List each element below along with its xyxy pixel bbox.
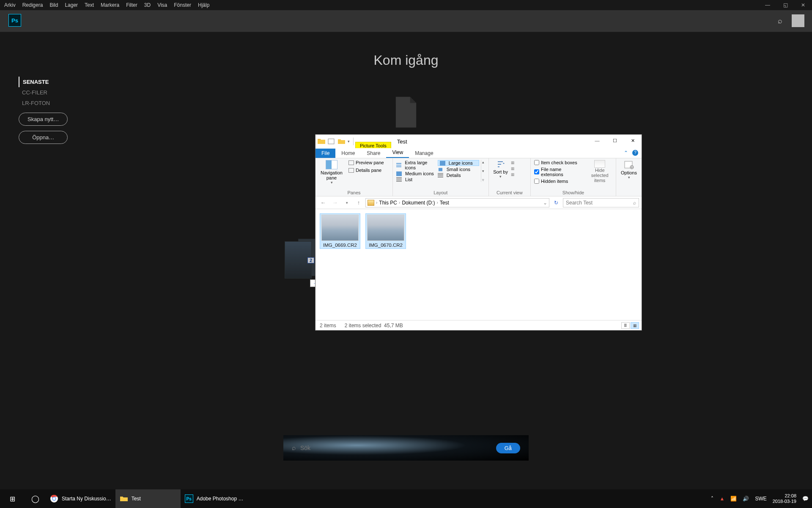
picture-tools-tab[interactable]: Picture Tools [355, 142, 391, 148]
home-tabs: SENASTE CC-FILER LR-FOTON [19, 77, 50, 108]
ribbon-tabs: File Home Share View Manage ⌃ ? [315, 148, 642, 158]
ribbon-collapse-icon[interactable]: ⌃ [624, 150, 628, 156]
hidden-items-toggle[interactable]: Hidden items [534, 179, 583, 184]
menu-redigera[interactable]: Redigera [22, 2, 43, 8]
file-list[interactable]: IMG_0669.CR2 IMG_0670.CR2 [315, 209, 642, 320]
menu-hjalp[interactable]: Hjälp [198, 2, 209, 8]
qat-dropdown-icon[interactable]: ▾ [348, 139, 350, 144]
tab-lr-foton[interactable]: LR-FOTON [19, 98, 50, 108]
hide-selected-button[interactable]: Hide selected items [587, 160, 612, 184]
status-bar: 2 items 2 items selected 45,7 MB ≣ ▦ [315, 320, 642, 330]
start-button[interactable]: ⊞ [0, 495, 25, 503]
layout-large[interactable]: Large icons [438, 160, 479, 166]
item-check-boxes-toggle[interactable]: Item check boxes [534, 160, 583, 165]
menu-bild[interactable]: Bild [49, 2, 58, 8]
ps-logo: Ps [8, 14, 21, 27]
view-large-icon[interactable]: ▦ [631, 322, 639, 329]
help-icon[interactable]: ? [632, 150, 638, 156]
status-selection: 2 items selected 45,7 MB [345, 323, 403, 329]
action-center-icon[interactable]: 💬 [802, 496, 809, 502]
explorer-titlebar[interactable]: ▾ Picture Tools Test — ☐ ✕ [315, 135, 642, 148]
stock-search-input[interactable] [300, 444, 492, 451]
file-name: IMG_0670.CR2 [369, 243, 403, 248]
ime-indicator[interactable]: SWE [755, 496, 766, 502]
crumb-test[interactable]: Test [440, 200, 449, 206]
tab-file[interactable]: File [315, 149, 335, 158]
properties-icon[interactable] [327, 137, 336, 146]
crumb-dokument[interactable]: Dokument (D:) [402, 200, 435, 206]
layout-extra-large[interactable]: Extra large icons [396, 160, 438, 170]
layout-list[interactable]: List [396, 177, 438, 182]
network-icon[interactable]: 📶 [730, 496, 737, 502]
tray-overflow-icon[interactable]: ˄ [711, 496, 713, 502]
layout-scroll[interactable]: ▴▾▿ [481, 160, 485, 182]
search-icon[interactable]: ⌕ [778, 17, 782, 25]
tab-manage[interactable]: Manage [409, 149, 439, 158]
layout-details[interactable]: Details [438, 173, 479, 178]
file-name: IMG_0669.CR2 [323, 243, 357, 248]
status-item-count: 2 items [320, 323, 336, 329]
menu-text[interactable]: Text [85, 2, 94, 8]
taskbar-clock[interactable]: 22:08 2018-03-19 [773, 493, 796, 504]
size-columns-button[interactable] [511, 172, 515, 177]
file-item[interactable]: IMG_0670.CR2 [365, 213, 406, 249]
file-extensions-toggle[interactable]: File name extensions [534, 167, 583, 177]
options-button[interactable]: Options▾ [618, 160, 640, 179]
layout-medium[interactable]: Medium icons [396, 171, 438, 176]
tab-view[interactable]: View [386, 148, 409, 158]
taskbar-item-photoshop[interactable]: Ps Adobe Photoshop … [181, 489, 248, 508]
tab-cc-filer[interactable]: CC-FILER [19, 87, 50, 98]
create-new-button[interactable]: Skapa nytt… [19, 113, 68, 126]
page-title: Kom igång [374, 52, 439, 68]
details-pane-button[interactable]: Details pane [348, 168, 384, 173]
menu-markera[interactable]: Markera [101, 2, 119, 8]
explorer-maximize-button[interactable]: ☐ [606, 135, 624, 146]
go-button[interactable]: Gå [496, 443, 520, 453]
ps-minimize-button[interactable]: — [759, 0, 776, 10]
view-details-icon[interactable]: ≣ [621, 322, 630, 329]
breadcrumb[interactable]: › This PC › Dokument (D:) › Test ⌄ [365, 198, 549, 207]
volume-icon[interactable]: 🔊 [743, 496, 749, 502]
explorer-close-button[interactable]: ✕ [624, 135, 642, 146]
folder-icon [317, 137, 326, 146]
breadcrumb-expand[interactable]: ⌄ [543, 200, 547, 206]
ps-maximize-button[interactable]: ◱ [776, 0, 794, 10]
preview-pane-icon [348, 160, 354, 165]
tray-app-icon[interactable]: ▲ [719, 496, 724, 502]
menu-fonster[interactable]: Fönster [174, 2, 191, 8]
menu-3d[interactable]: 3D [144, 2, 151, 8]
explorer-minimize-button[interactable]: — [588, 135, 606, 146]
tab-home[interactable]: Home [335, 149, 361, 158]
menu-arkiv[interactable]: Arkiv [4, 2, 16, 8]
explorer-search-input[interactable]: Search Test ⌕ [563, 198, 639, 207]
history-dropdown[interactable]: ▾ [342, 201, 352, 205]
taskbar-item-chrome[interactable]: Starta Ny Diskussio… [46, 489, 115, 508]
avatar[interactable] [792, 14, 804, 27]
sort-by-button[interactable]: Sort by▾ [492, 160, 509, 179]
up-button[interactable]: ↑ [354, 199, 364, 206]
hide-icon [594, 160, 605, 168]
open-button[interactable]: Öppna… [19, 131, 68, 144]
forward-button[interactable]: → [330, 199, 340, 206]
crumb-this-pc[interactable]: This PC [379, 200, 397, 206]
menu-lager[interactable]: Lager [65, 2, 78, 8]
preview-pane-button[interactable]: Preview pane [348, 160, 384, 165]
tab-share[interactable]: Share [361, 149, 386, 158]
back-button[interactable]: ← [318, 199, 328, 206]
refresh-button[interactable]: ↻ [551, 200, 561, 206]
new-folder-icon[interactable] [337, 137, 346, 146]
file-explorer-window[interactable]: ▾ Picture Tools Test — ☐ ✕ File Home Sha… [315, 134, 642, 331]
cortana-button[interactable]: ◯ [25, 494, 46, 503]
group-by-button[interactable] [511, 160, 515, 165]
taskbar-item-explorer[interactable]: Test [115, 489, 181, 508]
navigation-pane-button[interactable]: Navigation pane ▾ [319, 160, 344, 185]
file-item[interactable]: IMG_0669.CR2 [320, 213, 360, 249]
ps-menubar: Arkiv Redigera Bild Lager Text Markera F… [0, 0, 812, 10]
menu-visa[interactable]: Visa [157, 2, 167, 8]
layout-small[interactable]: Small icons [438, 167, 479, 172]
menu-filter[interactable]: Filter [126, 2, 137, 8]
add-columns-button[interactable] [511, 166, 515, 171]
ps-close-button[interactable]: ✕ [794, 0, 812, 10]
tab-senaste[interactable]: SENASTE [19, 77, 50, 87]
taskbar: ⊞ ◯ Starta Ny Diskussio… Test Ps Adobe P… [0, 489, 812, 508]
